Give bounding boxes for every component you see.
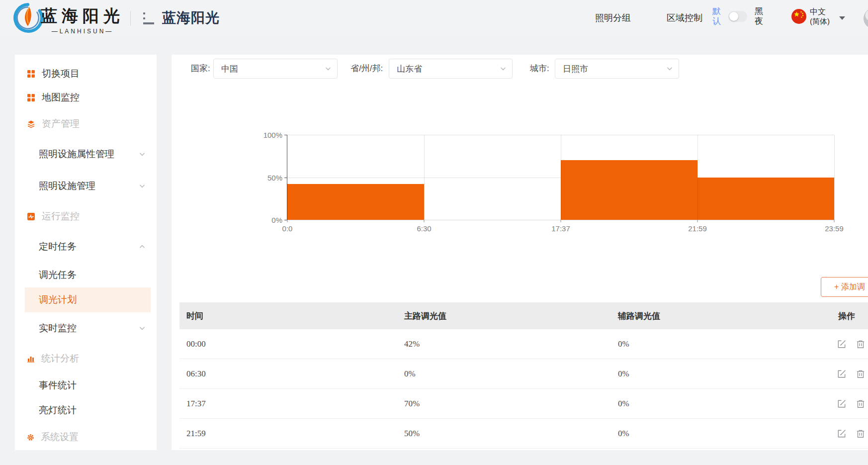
- chart-plot: 100%50%0%0:06:3017:3721:5923:59: [287, 135, 834, 220]
- menu-collapse-icon[interactable]: [143, 12, 159, 24]
- table-cell-time: 21:59: [186, 429, 404, 439]
- sidebar-item-统计分析[interactable]: 统计分析: [15, 344, 157, 373]
- v-gridline: [834, 135, 835, 220]
- brand-name: 蓝海阳光: [39, 5, 126, 27]
- y-tick-label: 0%: [271, 216, 282, 224]
- x-tick: [424, 220, 425, 222]
- table-row: 17:3770%0%: [179, 389, 868, 419]
- app-header: 蓝海阳光 —LANHISUN— 蓝海阳光 照明分组 区域控制 默认 黑夜: [0, 0, 868, 36]
- sidebar-item-运行监控[interactable]: 运行监控: [15, 202, 157, 231]
- province-label: 省/州/邦:: [350, 59, 383, 79]
- sidebar-item-亮灯统计[interactable]: 亮灯统计: [15, 398, 157, 423]
- layers-icon: [27, 120, 35, 128]
- country-value: 中国: [221, 63, 238, 75]
- chart-bar: [287, 184, 424, 220]
- sidebar-item-照明设施管理[interactable]: 照明设施管理: [15, 170, 157, 202]
- language-selector[interactable]: 中文 (简体): [791, 7, 845, 26]
- sidebar-item-地图监控[interactable]: 地图监控: [15, 86, 157, 109]
- table-row: 06:300%0%: [179, 359, 868, 389]
- province-select[interactable]: 山东省: [389, 59, 513, 79]
- delete-icon[interactable]: [856, 339, 866, 349]
- table-row: 21:5950%0%: [179, 419, 868, 449]
- gear-icon: [27, 434, 34, 441]
- x-tick: [287, 220, 288, 222]
- table-header-cell: 操作: [838, 310, 868, 322]
- chart-bar: [697, 178, 834, 220]
- chart-bar: [561, 160, 697, 220]
- china-flag-icon: [791, 9, 806, 24]
- sidebar-item-label: 定时任务: [39, 240, 77, 253]
- sidebar-item-label: 运行监控: [42, 210, 80, 223]
- theme-default-label[interactable]: 默认: [712, 6, 721, 26]
- language-label: 中文 (简体): [810, 7, 830, 26]
- edit-icon[interactable]: [837, 339, 847, 349]
- sidebar-item-label: 照明设施管理: [39, 180, 95, 192]
- table-cell-main: 50%: [404, 429, 618, 439]
- table-cell-aux: 0%: [618, 429, 793, 439]
- row-actions: [793, 339, 868, 349]
- sidebar-item-label: 照明设施属性管理: [39, 148, 114, 161]
- edit-icon[interactable]: [837, 429, 847, 439]
- chevron-down-icon: [139, 151, 146, 158]
- app-title: 蓝海阳光: [162, 8, 220, 27]
- chevron-down-icon: [666, 65, 673, 72]
- table-cell-time: 17:37: [186, 399, 404, 409]
- sidebar-item-label: 亮灯统计: [39, 404, 77, 417]
- sidebar-item-label: 资产管理: [42, 117, 80, 130]
- country-select[interactable]: 中国: [213, 59, 338, 79]
- sidebar-item-系统设置[interactable]: 系统设置: [15, 423, 157, 452]
- chevron-down-icon: [325, 65, 332, 72]
- main-panel: 国家: 中国 省/州/邦: 山东省 城市: 日照市 100%50%0%0:06:…: [172, 55, 868, 450]
- table-header-cell: 辅路调光值: [618, 310, 793, 322]
- y-tick-label: 50%: [267, 173, 282, 182]
- theme-night-label[interactable]: 黑夜: [754, 6, 764, 26]
- row-actions: [793, 429, 868, 439]
- app-root: 蓝海阳光 —LANHISUN— 蓝海阳光 照明分组 区域控制 默认 黑夜: [0, 0, 868, 465]
- chevron-down-icon: [500, 65, 507, 72]
- grid-icon: [27, 93, 35, 102]
- city-value: 日照市: [563, 63, 588, 75]
- nav-lighting-group[interactable]: 照明分组: [595, 12, 631, 24]
- sidebar-item-调光计划[interactable]: 调光计划: [25, 287, 151, 312]
- city-label: 城市:: [530, 59, 549, 79]
- brand-tagline: —LANHISUN—: [39, 28, 126, 35]
- sidebar-item-label: 调光计划: [39, 293, 77, 306]
- table-cell-aux: 0%: [618, 339, 793, 349]
- sidebar-item-照明设施属性管理[interactable]: 照明设施属性管理: [15, 138, 157, 170]
- avatar[interactable]: [864, 8, 868, 29]
- x-tick: [697, 220, 698, 222]
- sidebar-item-label: 事件统计: [39, 379, 77, 392]
- edit-icon[interactable]: [837, 399, 847, 409]
- sidebar-item-资产管理[interactable]: 资产管理: [15, 109, 157, 138]
- sidebar-item-定时任务[interactable]: 定时任务: [15, 231, 157, 263]
- toggle-knob: [729, 12, 738, 21]
- v-gridline: [561, 135, 561, 220]
- sidebar-item-label: 地图监控: [42, 91, 80, 104]
- sidebar-item-label: 统计分析: [41, 352, 79, 365]
- y-tick-label: 100%: [263, 131, 282, 139]
- table-header-cell: 时间: [186, 310, 404, 322]
- delete-icon[interactable]: [856, 429, 866, 439]
- table-cell-time: 06:30: [186, 369, 404, 379]
- table-cell-time: 00:00: [186, 339, 404, 349]
- chevron-down-icon: [139, 325, 146, 332]
- table-cell-aux: 0%: [618, 369, 793, 379]
- sidebar-item-切换项目[interactable]: 切换项目: [15, 62, 157, 86]
- sidebar-item-实时监控[interactable]: 实时监控: [15, 312, 157, 344]
- theme-toggle-switch[interactable]: [728, 11, 747, 22]
- dimming-plan-table: 时间主路调光值辅路调光值操作 00:0042%0%06:300%0%17:377…: [179, 302, 868, 449]
- delete-icon[interactable]: [856, 369, 866, 379]
- sidebar-item-调光任务[interactable]: 调光任务: [15, 263, 157, 287]
- v-gridline: [424, 135, 425, 220]
- add-dimming-plan-button[interactable]: + 添加调: [821, 277, 868, 297]
- dimming-schedule-chart: 100%50%0%0:06:3017:3721:5923:59: [287, 135, 834, 220]
- sidebar-item-label: 切换项目: [42, 67, 80, 80]
- x-tick-label: 0:0: [282, 224, 293, 233]
- header-divider: [130, 11, 131, 26]
- nav-area-control[interactable]: 区域控制: [667, 12, 702, 24]
- v-gridline: [697, 135, 698, 220]
- city-select[interactable]: 日照市: [555, 59, 679, 79]
- edit-icon[interactable]: [837, 369, 847, 379]
- sidebar-item-事件统计[interactable]: 事件统计: [15, 373, 157, 398]
- delete-icon[interactable]: [856, 399, 866, 409]
